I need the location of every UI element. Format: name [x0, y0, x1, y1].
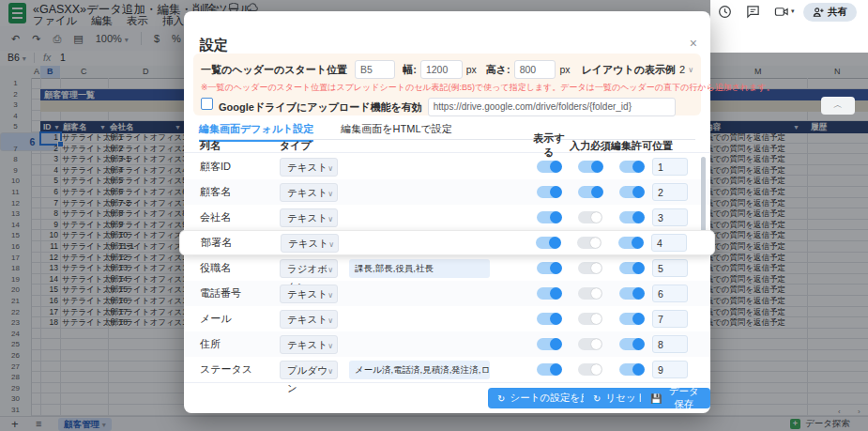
- field-name-label: ステータス: [200, 362, 280, 377]
- drive-upload-label: Googleドライブにアップロード機能を有効: [219, 100, 422, 115]
- toggle-knob: [591, 288, 602, 299]
- field-row: メールテキスト∨7: [184, 306, 710, 331]
- show-toggle[interactable]: [537, 313, 561, 325]
- field-position-input[interactable]: 7: [652, 310, 688, 328]
- tab-edit-html-settings[interactable]: 編集画面をHTMLで設定: [341, 122, 451, 140]
- required-toggle[interactable]: [578, 186, 602, 198]
- field-type-select[interactable]: テキスト∨: [280, 183, 338, 202]
- close-icon[interactable]: ×: [690, 36, 697, 51]
- toggle-knob: [550, 363, 562, 376]
- field-position-input[interactable]: 4: [651, 234, 687, 252]
- save-data-button[interactable]: 💾 データ保存: [641, 388, 710, 408]
- meet-camera-icon[interactable]: [774, 5, 789, 20]
- show-toggle[interactable]: [537, 211, 561, 223]
- field-name-label: 住所: [200, 337, 280, 351]
- show-toggle[interactable]: [537, 186, 561, 198]
- drive-folder-url-input[interactable]: https://drive.google.com/drive/folders/{…: [428, 98, 676, 116]
- field-row: ステータスプルダウン∨メール済,電話済,見積済,発注済,ロスト9: [184, 357, 710, 382]
- field-type-select[interactable]: テキスト∨: [280, 158, 338, 177]
- field-row: 役職名ラジオボタン∨課長,部長,役員,社長5: [184, 255, 710, 281]
- field-type-select[interactable]: テキスト∨: [280, 285, 338, 303]
- show-toggle[interactable]: [537, 287, 561, 300]
- header-settings-panel: 一覧のヘッダーのスタート位置 B5 幅: 1200 px 高さ: 800 px …: [193, 54, 701, 115]
- field-position-input[interactable]: 3: [652, 208, 688, 226]
- field-type-select[interactable]: テキスト∨: [280, 335, 338, 354]
- field-options-input[interactable]: 課長,部長,役員,社長: [349, 259, 490, 278]
- topbar-right: ▾ 共有: [710, 0, 868, 53]
- field-type-select[interactable]: テキスト∨: [281, 234, 339, 253]
- toggle-knob: [591, 263, 602, 273]
- required-toggle[interactable]: [578, 161, 602, 173]
- field-position-input[interactable]: 5: [652, 259, 688, 277]
- field-type-select[interactable]: テキスト∨: [280, 208, 338, 227]
- editable-toggle[interactable]: [619, 338, 644, 350]
- field-row: 住所テキスト∨8: [184, 331, 710, 357]
- field-row: 部署名テキスト∨4: [179, 230, 715, 255]
- col-header-position: 位置: [652, 139, 697, 153]
- show-toggle[interactable]: [537, 338, 561, 350]
- editable-toggle[interactable]: [619, 211, 644, 223]
- version-history-icon[interactable]: [718, 5, 733, 20]
- toggle-knob: [632, 313, 645, 325]
- layout-example-select[interactable]: 2 ∨: [679, 64, 693, 75]
- toggle-knob: [550, 287, 562, 300]
- person-add-icon: [813, 7, 824, 18]
- editable-toggle[interactable]: [619, 363, 644, 376]
- required-toggle[interactable]: [578, 262, 602, 274]
- required-toggle[interactable]: [578, 363, 602, 376]
- field-type-select[interactable]: プルダウン∨: [280, 361, 338, 379]
- field-name-label: 部署名: [201, 236, 281, 250]
- save-icon: 💾: [650, 393, 662, 404]
- field-position-input[interactable]: 1: [652, 158, 688, 176]
- toggle-knob: [632, 211, 645, 223]
- editable-toggle[interactable]: [619, 262, 644, 274]
- editable-toggle[interactable]: [619, 313, 644, 325]
- toggle-knob: [632, 338, 645, 350]
- dialog-scrollbar[interactable]: [701, 157, 706, 241]
- share-button[interactable]: 共有: [803, 3, 857, 22]
- comment-icon[interactable]: [746, 5, 761, 20]
- chevron-down-icon: ∨: [327, 261, 333, 279]
- width-label: 幅:: [403, 63, 417, 77]
- drive-upload-checkbox[interactable]: [201, 98, 213, 110]
- show-toggle[interactable]: [537, 363, 561, 376]
- dialog-tabs: 編集画面デフォルト設定 編集画面をHTMLで設定: [199, 122, 695, 140]
- editable-toggle[interactable]: [619, 186, 644, 198]
- toggle-knob: [591, 161, 603, 173]
- required-toggle[interactable]: [578, 338, 602, 350]
- field-position-input[interactable]: 9: [652, 361, 688, 378]
- editable-toggle[interactable]: [619, 287, 644, 300]
- required-toggle[interactable]: [578, 313, 602, 325]
- chevron-down-icon: ∨: [327, 362, 333, 380]
- toggle-knob: [550, 313, 562, 325]
- start-position-input[interactable]: B5: [355, 60, 395, 79]
- field-options-input[interactable]: メール済,電話済,見積済,発注済,ロスト: [349, 361, 490, 379]
- toggle-knob: [590, 238, 601, 248]
- toggle-knob: [632, 287, 645, 300]
- show-toggle[interactable]: [537, 262, 561, 274]
- field-position-input[interactable]: 2: [652, 183, 688, 201]
- required-toggle[interactable]: [578, 287, 602, 300]
- collapse-toolbar-button[interactable]: ︿: [821, 97, 855, 115]
- field-row: 顧客IDテキスト∨1: [184, 154, 710, 179]
- toggle-knob: [550, 161, 562, 173]
- editable-toggle[interactable]: [619, 161, 644, 173]
- show-toggle[interactable]: [537, 161, 561, 173]
- field-type-select[interactable]: テキスト∨: [280, 310, 338, 329]
- editable-toggle[interactable]: [618, 237, 643, 249]
- height-input[interactable]: 800: [514, 60, 556, 79]
- chevron-down-icon: ∨: [327, 286, 333, 304]
- required-toggle[interactable]: [578, 211, 602, 223]
- toggle-knob: [632, 186, 645, 198]
- toggle-knob: [591, 339, 602, 349]
- show-toggle[interactable]: [536, 237, 560, 249]
- field-position-input[interactable]: 6: [652, 285, 688, 302]
- field-type-select[interactable]: ラジオボタン∨: [280, 259, 338, 278]
- start-position-note: ※一覧のヘッダーのスタート位置はスプレッドシートのセル表記(例:B5)で使って指…: [201, 82, 693, 94]
- required-toggle[interactable]: [577, 237, 602, 249]
- col-header-required: 入力必須: [570, 139, 611, 153]
- width-input[interactable]: 1200: [420, 60, 463, 79]
- dialog-title: 設定: [200, 37, 228, 54]
- field-name-label: 顧客名: [200, 185, 280, 199]
- field-position-input[interactable]: 8: [652, 335, 688, 353]
